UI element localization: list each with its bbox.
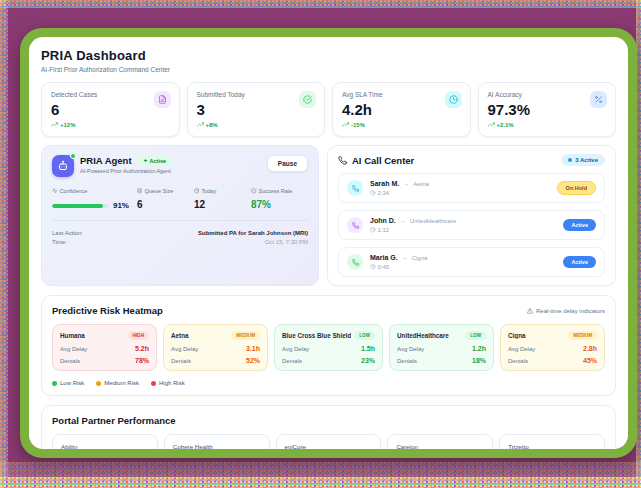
trending-up-icon <box>197 121 204 128</box>
portal-performance-section: Portal Partner Performance Ability 98% A… <box>41 405 616 449</box>
risk-badge: LOW <box>465 331 486 340</box>
kpi-trend-value: +8% <box>206 122 218 128</box>
denials-label: Denials <box>171 358 191 364</box>
noise-edge-bottom <box>0 477 641 488</box>
clock-icon <box>370 264 376 270</box>
stat-label: Success Rate <box>259 188 293 194</box>
payer-name: Aetna <box>171 332 189 339</box>
heatmap-cards: Humana HIGH Avg Delay5.2h Denials78% Aet… <box>52 324 605 371</box>
payer-name: UnitedHealthcare <box>397 332 449 339</box>
legend-label: Medium Risk <box>104 380 139 386</box>
agent-subtitle: AI-Powered Prior Authorization Agent <box>80 168 172 174</box>
clock-icon <box>370 227 376 233</box>
active-calls-count: 3 Active <box>575 157 598 163</box>
avg-delay-value: 5.2h <box>135 345 149 352</box>
activity-icon <box>52 188 58 194</box>
noise-edge-top <box>0 0 641 8</box>
risk-badge: LOW <box>354 331 375 340</box>
call-center-title: AI Call Center <box>352 155 414 166</box>
partner-name: Trizetto <box>508 443 596 449</box>
partner-name: Ability <box>61 443 149 449</box>
caller-name: Sarah M. <box>370 180 399 187</box>
legend-medium-risk: Medium Risk <box>96 380 139 386</box>
arrow-icon: → <box>403 181 409 187</box>
agent-avatar <box>52 155 74 177</box>
heatmap-card-humana: Humana HIGH Avg Delay5.2h Denials78% <box>52 324 157 371</box>
kpi-value: 4.2h <box>342 101 461 118</box>
portal-title: Portal Partner Performance <box>52 415 176 426</box>
pause-button[interactable]: Pause <box>267 155 308 172</box>
clock-icon <box>445 91 462 108</box>
call-row-maria[interactable]: Maria G. → Cigna 0:45 Active <box>338 247 605 277</box>
agent-title: PRIA Agent <box>80 155 132 166</box>
dashboard-screen: PRIA Dashboard AI-First Prior Authorizat… <box>29 37 628 449</box>
avg-delay-label: Avg Delay <box>171 346 198 352</box>
portal-card-carelon: Carelon 96% Avg 2.5h <box>387 434 493 449</box>
kpi-label: Detected Cases <box>51 91 170 98</box>
arrow-icon: → <box>400 218 406 224</box>
clock-icon <box>194 188 200 194</box>
red-dot-icon <box>151 381 156 386</box>
legend-label: Low Risk <box>60 380 84 386</box>
call-center-header: AI Call Center 3 Active <box>338 154 605 166</box>
alert-triangle-icon <box>527 308 533 314</box>
zap-icon <box>143 158 148 163</box>
caller-name: Maria G. <box>370 254 398 261</box>
avg-delay-value: 1.5h <box>361 345 375 352</box>
confidence-value: 91% <box>113 201 129 210</box>
avg-delay-value: 1.2h <box>472 345 486 352</box>
kpi-label: Avg SLA Time <box>342 91 461 98</box>
denials-label: Denials <box>282 358 302 364</box>
phone-icon <box>347 180 363 196</box>
stat-confidence: Confidence 91% <box>52 188 137 210</box>
kpi-trend: -15% <box>342 121 461 128</box>
last-action-value: Submitted PA for Sarah Johnson (MRI) <box>198 230 308 236</box>
denials-value: 18% <box>472 357 486 364</box>
kpi-card-ai-accuracy: AI Accuracy 97.3% +2.1% <box>478 82 617 137</box>
phone-icon <box>347 217 363 233</box>
payer-name: Cigna <box>508 332 526 339</box>
noise-edge-bottom-soft <box>0 462 641 488</box>
risk-heatmap-section: Predictive Risk Heatmap Real-time delay … <box>41 295 616 396</box>
noise-edge-left <box>0 0 8 488</box>
risk-badge: MEDIUM <box>231 331 260 340</box>
agent-title-block: PRIA Agent Active AI-Powered Prior Autho… <box>80 155 172 174</box>
green-dot-icon <box>52 381 57 386</box>
heatmap-note: Real-time delay indicators <box>527 308 605 314</box>
call-status-badge: Active <box>563 219 596 231</box>
heatmap-title: Predictive Risk Heatmap <box>52 305 163 316</box>
stat-value: 12 <box>194 199 251 210</box>
call-info: Maria G. → Cigna 0:45 <box>370 254 427 270</box>
time-value: Oct 15, 7:30 PM <box>265 239 308 245</box>
portal-cards: Ability 98% Avg 2.1h Cohere Health 95% A… <box>52 434 605 449</box>
trending-up-icon <box>342 121 349 128</box>
call-duration: 1:12 <box>378 227 390 233</box>
stat-label: Today <box>201 188 216 194</box>
call-payer: UnitedHealthcare <box>410 218 456 224</box>
denials-value: 78% <box>135 357 149 364</box>
check-circle-icon <box>299 91 316 108</box>
kpi-value: 3 <box>197 101 316 118</box>
dot-icon <box>568 158 572 162</box>
call-duration: 0:45 <box>378 264 390 270</box>
payer-name: Humana <box>60 332 85 339</box>
trending-up-icon <box>51 121 58 128</box>
kpi-row: Detected Cases 6 +12% Submitted Today 3 … <box>41 82 616 137</box>
file-text-icon <box>154 91 171 108</box>
clock-icon <box>370 190 376 196</box>
layers-icon <box>137 188 143 194</box>
kpi-trend-value: -15% <box>351 122 365 128</box>
last-action-label: Last Action: <box>52 230 83 236</box>
kpi-card-submitted-today: Submitted Today 3 +8% <box>187 82 326 137</box>
kpi-value: 97.3% <box>488 101 607 118</box>
stat-value: 87% <box>251 199 308 210</box>
portal-card-trizetto: Trizetto 97% Avg 4.1h <box>499 434 605 449</box>
call-row-sarah[interactable]: Sarah M. → Aetna 2:34 On Hold <box>338 173 605 203</box>
call-status-badge: On Hold <box>557 181 596 195</box>
trending-up-icon <box>488 121 495 128</box>
call-duration: 2:34 <box>378 190 390 196</box>
percent-icon <box>590 91 607 108</box>
kpi-trend: +2.1% <box>488 121 607 128</box>
legend-low-risk: Low Risk <box>52 380 84 386</box>
call-row-john[interactable]: John D. → UnitedHealthcare 1:12 Active <box>338 210 605 240</box>
